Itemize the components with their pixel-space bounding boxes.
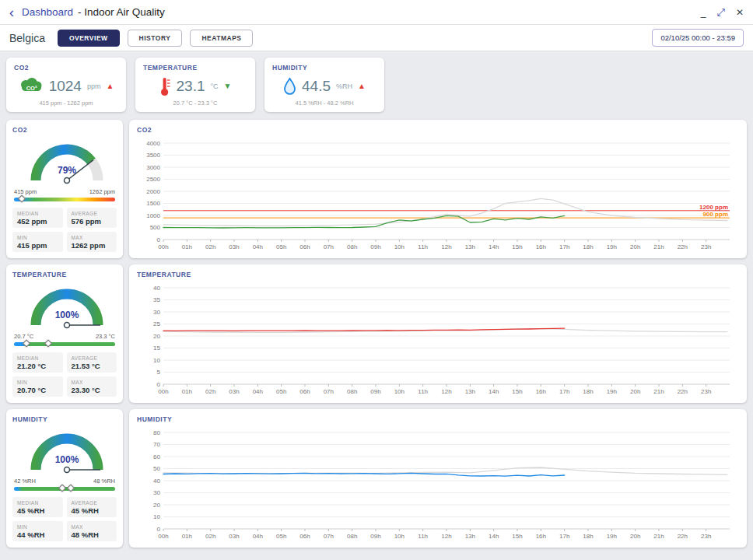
- svg-text:04h: 04h: [253, 388, 263, 395]
- co2-cloud-icon: CO²: [19, 78, 44, 95]
- svg-text:05h: 05h: [276, 533, 286, 540]
- svg-text:CO²: CO²: [26, 85, 37, 92]
- co2-current-value: 1024: [49, 78, 82, 95]
- svg-text:20h: 20h: [630, 243, 640, 250]
- summary-card-title: CO2: [14, 64, 118, 72]
- svg-text:1200 ppm: 1200 ppm: [699, 204, 728, 211]
- svg-text:17h: 17h: [559, 533, 569, 540]
- stat-average: AVERAGE 45 %RH: [67, 497, 117, 517]
- svg-text:15h: 15h: [512, 243, 522, 250]
- svg-text:00h: 00h: [158, 388, 168, 395]
- tab-overview[interactable]: OVERVIEW: [58, 30, 120, 47]
- svg-text:15h: 15h: [512, 533, 522, 540]
- svg-text:07h: 07h: [324, 533, 334, 540]
- slider-handle[interactable]: [67, 485, 75, 492]
- co2-line-chart: 0500100015002000250030003500400000h01h02…: [137, 134, 737, 252]
- stat-min: MIN 20.70 °C: [12, 376, 63, 397]
- svg-text:08h: 08h: [347, 533, 357, 540]
- temperature-line-chart: 051015202530354000h01h02h03h04h05h06h07h…: [137, 278, 737, 397]
- svg-text:18h: 18h: [583, 243, 593, 250]
- stat-median: MEDIAN 21.20 °C: [12, 352, 63, 373]
- svg-text:19h: 19h: [607, 243, 617, 250]
- close-icon[interactable]: ✕: [736, 8, 744, 17]
- svg-text:500: 500: [150, 224, 161, 231]
- svg-text:79%: 79%: [58, 165, 76, 176]
- stat-max: MAX 23.30 °C: [67, 376, 117, 397]
- svg-text:12h: 12h: [441, 243, 451, 250]
- svg-text:00h: 00h: [158, 243, 168, 250]
- stat-median: MEDIAN 452 ppm: [12, 208, 63, 228]
- slider-handle[interactable]: [58, 485, 66, 492]
- co2-range: 415 ppm - 1262 ppm: [14, 100, 118, 107]
- tab-heatmaps[interactable]: HEATMAPS: [190, 30, 253, 47]
- trend-down-icon: ▼: [224, 82, 232, 90]
- svg-text:22h: 22h: [678, 243, 688, 250]
- location-name: Belgica: [9, 32, 45, 44]
- slider-handle[interactable]: [23, 340, 30, 348]
- svg-text:100%: 100%: [55, 310, 79, 320]
- co2-gauge: 79%: [12, 135, 117, 187]
- svg-text:20h: 20h: [630, 388, 640, 395]
- svg-text:2500: 2500: [146, 176, 160, 183]
- minimize-icon[interactable]: _: [701, 8, 706, 17]
- temperature-stats: MEDIAN 21.20 °C AVERAGE 21.53 °C MIN 20.…: [12, 352, 117, 397]
- temperature-chart-card: TEMPERATURE 051015202530354000h01h02h03h…: [129, 264, 747, 403]
- stat-max: MAX 1262 ppm: [67, 232, 117, 252]
- svg-text:10: 10: [153, 357, 160, 364]
- summary-card-title: HUMIDITY: [272, 64, 376, 72]
- svg-text:12h: 12h: [441, 388, 451, 395]
- summary-card-co2: CO2 CO² 1024 ppm ▲ 415 ppm - 1262 ppm: [6, 58, 126, 112]
- slider-min-label: 415 ppm: [14, 188, 37, 195]
- humidity-stats: MEDIAN 45 %RH AVERAGE 45 %RH MIN 44 %RH …: [12, 497, 117, 541]
- slider-handle[interactable]: [18, 195, 26, 203]
- svg-text:16h: 16h: [536, 388, 546, 395]
- svg-text:18h: 18h: [583, 533, 593, 540]
- tab-history[interactable]: HISTORY: [128, 30, 183, 47]
- svg-text:23h: 23h: [701, 533, 711, 540]
- svg-text:01h: 01h: [182, 388, 192, 395]
- slider-handle[interactable]: [44, 340, 52, 348]
- svg-text:06h: 06h: [299, 388, 310, 395]
- panel-title: HUMIDITY: [12, 415, 117, 423]
- svg-text:23h: 23h: [701, 388, 711, 395]
- temperature-unit: °C: [210, 82, 218, 90]
- temperature-range: 20.7 °C - 23.3 °C: [143, 100, 247, 107]
- svg-text:05h: 05h: [276, 243, 286, 250]
- svg-text:00h: 00h: [158, 533, 168, 540]
- svg-text:20h: 20h: [630, 533, 640, 540]
- svg-text:01h: 01h: [182, 243, 192, 250]
- chart-title: TEMPERATURE: [137, 271, 739, 278]
- svg-text:17h: 17h: [559, 388, 569, 395]
- svg-text:03h: 03h: [229, 243, 239, 250]
- back-chevron-icon[interactable]: ‹: [9, 5, 14, 19]
- stat-median: MEDIAN 45 %RH: [12, 497, 63, 517]
- slider-track: [14, 198, 115, 201]
- co2-chart-card: CO2 0500100015002000250030003500400000h0…: [129, 120, 747, 258]
- maximize-icon[interactable]: ⤢: [717, 7, 725, 17]
- co2-unit: ppm: [87, 82, 101, 90]
- app-header: ‹ Dashboard - Indoor Air Quality _ ⤢ ✕: [0, 0, 753, 25]
- svg-text:17h: 17h: [559, 243, 569, 250]
- humidity-chart-card: HUMIDITY 0102030405060708000h01h02h03h04…: [129, 409, 747, 548]
- trend-up-icon: ▲: [358, 82, 366, 90]
- svg-text:60: 60: [153, 453, 160, 460]
- svg-text:10h: 10h: [394, 388, 405, 395]
- svg-text:14h: 14h: [489, 533, 499, 540]
- co2-gauge-card: CO2 79% 415 ppm 1262 ppm MEDIAN 452 ppm …: [6, 120, 123, 258]
- svg-text:70: 70: [153, 441, 160, 448]
- svg-text:21h: 21h: [653, 388, 664, 395]
- svg-text:20: 20: [153, 502, 160, 509]
- svg-text:23h: 23h: [701, 243, 711, 250]
- slider-max-label: 23.3 °C: [96, 333, 115, 340]
- droplet-icon: [283, 77, 296, 96]
- co2-range-slider: 415 ppm 1262 ppm: [14, 188, 115, 201]
- date-range-button[interactable]: 02/10/25 00:00 - 23:59: [652, 29, 744, 47]
- stat-min: MIN 44 %RH: [12, 521, 63, 541]
- toolbar: Belgica OVERVIEW HISTORY HEATMAPS 02/10/…: [0, 25, 753, 51]
- breadcrumb-dashboard[interactable]: Dashboard: [22, 6, 73, 18]
- thermometer-icon: [159, 76, 171, 96]
- panel-title: TEMPERATURE: [12, 271, 117, 278]
- svg-text:11h: 11h: [418, 533, 428, 540]
- humidity-line-chart: 0102030405060708000h01h02h03h04h05h06h07…: [137, 423, 737, 541]
- svg-text:10: 10: [153, 513, 160, 520]
